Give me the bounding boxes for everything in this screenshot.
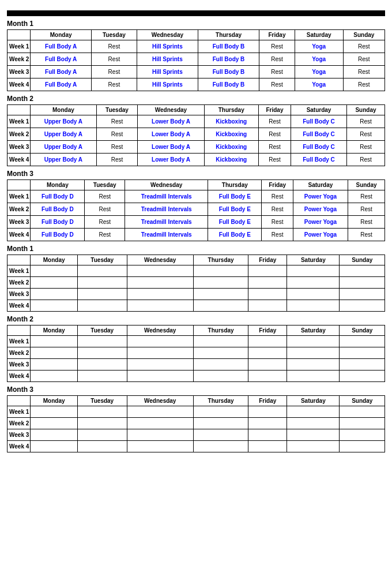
- empty-cell-1-0-3: [193, 336, 248, 347]
- empty-cell-0-3-3: [193, 300, 248, 312]
- empty-col-header-wednesday-1: Wednesday: [127, 325, 193, 336]
- empty-schedule-table-0: MondayTuesdayWednesdayThursdayFridaySatu…: [7, 255, 385, 312]
- empty-week-label-1-3: Week 4: [7, 371, 31, 382]
- table-row: Week 1Full Body ARestHill SprintsFull Bo…: [7, 40, 385, 53]
- col-header-friday: Friday: [258, 105, 291, 115]
- col-header-thursday: Thursday: [208, 180, 262, 190]
- cell-0-2-6: Rest: [343, 66, 385, 78]
- empty-week-label-0-1: Week 2: [7, 277, 31, 289]
- empty-cell-1-0-5: [287, 336, 340, 347]
- cell-0-3-5: Yoga: [295, 78, 343, 91]
- empty-cell-1-3-1: [77, 371, 127, 382]
- cell-2-3-3: Full Body E: [208, 229, 262, 241]
- empty-cell-2-0-6: [340, 406, 385, 418]
- empty-cell-2-3-2: [127, 441, 193, 452]
- cell-1-2-3: Kickboxing: [204, 141, 258, 154]
- cell-0-0-2: Hill Sprints: [137, 40, 198, 53]
- empty-cell-0-3-6: [340, 300, 385, 312]
- empty-cell-1-3-0: [31, 371, 78, 382]
- cell-0-0-0: Full Body A: [31, 40, 92, 53]
- empty-cell-1-0-4: [248, 336, 287, 347]
- cell-0-2-2: Hill Sprints: [137, 66, 198, 78]
- cell-2-1-1: Rest: [85, 203, 125, 216]
- empty-cell-1-2-1: [77, 359, 127, 371]
- empty-cell-0-1-6: [340, 277, 385, 289]
- empty-week-label-2-3: Week 4: [7, 441, 31, 452]
- empty-col-header-tuesday-1: Tuesday: [77, 325, 127, 336]
- col-header-tuesday: Tuesday: [85, 180, 125, 190]
- empty-cell-0-1-4: [248, 277, 287, 289]
- schedule-table-2: MondayTuesdayWednesdayThursdayFridaySatu…: [7, 179, 385, 241]
- cell-0-1-2: Hill Sprints: [137, 53, 198, 66]
- section-title-1: Month 2: [7, 95, 385, 103]
- empty-cell-0-1-3: [193, 277, 248, 289]
- empty-cell-0-3-1: [77, 300, 127, 312]
- empty-cell-0-2-6: [340, 289, 385, 300]
- col-header-saturday: Saturday: [293, 180, 348, 190]
- empty-cell-0-3-5: [287, 300, 340, 312]
- empty-table-row: Week 2: [7, 277, 385, 289]
- empty-cell-0-1-1: [77, 277, 127, 289]
- empty-cell-2-2-1: [77, 429, 127, 441]
- empty-schedule-table-2: MondayTuesdayWednesdayThursdayFridaySatu…: [7, 395, 385, 452]
- empty-cell-2-0-5: [287, 406, 340, 418]
- empty-cell-0-0-2: [127, 265, 193, 277]
- empty-cell-2-0-0: [31, 406, 78, 418]
- empty-cell-2-2-2: [127, 429, 193, 441]
- empty-cell-1-1-2: [127, 347, 193, 359]
- cell-2-3-5: Power Yoga: [293, 229, 348, 241]
- col-header-thursday: Thursday: [198, 30, 259, 40]
- table-row: Week 3Upper Body ARestLower Body AKickbo…: [7, 141, 385, 154]
- cell-0-1-3: Full Body B: [198, 53, 259, 66]
- empty-cell-0-2-0: [31, 289, 78, 300]
- empty-section-title-1: Month 2: [7, 315, 385, 323]
- cell-0-2-3: Full Body B: [198, 66, 259, 78]
- empty-cell-1-2-4: [248, 359, 287, 371]
- cell-0-1-4: Rest: [259, 53, 295, 66]
- cell-0-1-5: Yoga: [295, 53, 343, 66]
- cell-1-2-1: Rest: [96, 141, 138, 154]
- empty-cell-2-1-1: [77, 418, 127, 429]
- empty-cell-1-2-6: [340, 359, 385, 371]
- empty-cell-2-2-0: [31, 429, 78, 441]
- cell-2-1-2: Treadmill Intervals: [125, 203, 208, 216]
- cell-2-3-4: Rest: [262, 229, 293, 241]
- empty-table-row: Week 3: [7, 289, 385, 300]
- col-header-tuesday: Tuesday: [96, 105, 138, 115]
- empty-col-header-sunday-2: Sunday: [340, 396, 385, 406]
- empty-cell-1-0-1: [77, 336, 127, 347]
- empty-week-label-1-0: Week 1: [7, 336, 31, 347]
- empty-col-header-friday-1: Friday: [248, 325, 287, 336]
- table-row: Week 1Upper Body ARestLower Body AKickbo…: [7, 115, 385, 128]
- empty-cell-0-1-5: [287, 277, 340, 289]
- empty-cell-0-0-5: [287, 265, 340, 277]
- cell-2-2-0: Full Body D: [31, 216, 85, 229]
- cell-0-0-3: Full Body B: [198, 40, 259, 53]
- cell-2-2-5: Power Yoga: [293, 216, 348, 229]
- cell-1-2-5: Full Body C: [291, 141, 347, 154]
- cell-2-0-1: Rest: [85, 190, 125, 203]
- cell-1-0-4: Rest: [258, 115, 291, 128]
- empty-week-label-0-0: Week 1: [7, 265, 31, 277]
- cell-2-1-5: Power Yoga: [293, 203, 348, 216]
- cell-1-3-6: Rest: [347, 154, 385, 166]
- week-label-0-1: Week 2: [7, 53, 31, 66]
- empty-week-label-2-1: Week 2: [7, 418, 31, 429]
- empty-cell-0-1-2: [127, 277, 193, 289]
- week-label-2-2: Week 3: [7, 216, 31, 229]
- cell-0-3-1: Rest: [92, 78, 137, 91]
- empty-week-label-0-2: Week 3: [7, 289, 31, 300]
- cell-0-0-4: Rest: [259, 40, 295, 53]
- empty-section-title-0: Month 1: [7, 245, 385, 253]
- empty-cell-1-3-2: [127, 371, 193, 382]
- cell-0-3-4: Rest: [259, 78, 295, 91]
- cell-0-3-0: Full Body A: [31, 78, 92, 91]
- section-title-2: Month 3: [7, 170, 385, 178]
- cell-2-0-4: Rest: [262, 190, 293, 203]
- cell-0-3-3: Full Body B: [198, 78, 259, 91]
- cell-1-3-4: Rest: [258, 154, 291, 166]
- empty-table-row: Week 1: [7, 336, 385, 347]
- empty-table-row: Week 3: [7, 429, 385, 441]
- empty-cell-1-0-2: [127, 336, 193, 347]
- empty-cell-2-2-5: [287, 429, 340, 441]
